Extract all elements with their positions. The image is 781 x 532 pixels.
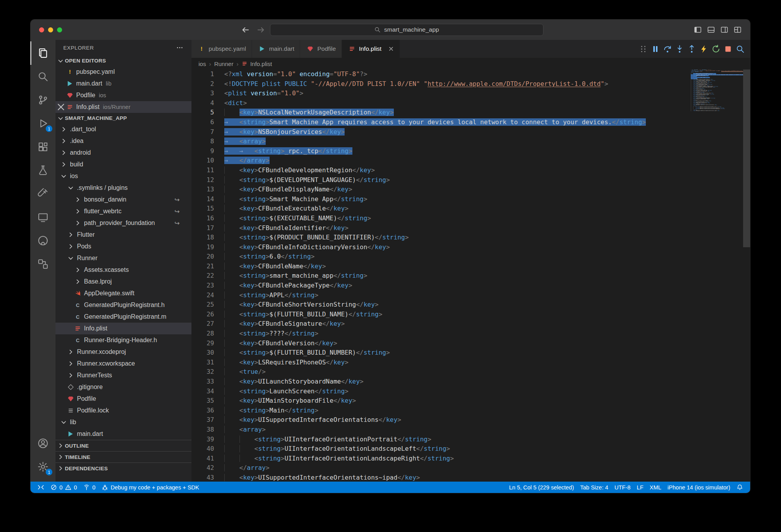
line-number[interactable]: 28 bbox=[191, 329, 224, 339]
tree-item-main-dart[interactable]: main.dart bbox=[55, 428, 191, 440]
line-number[interactable]: 41 bbox=[191, 454, 224, 464]
activity-references[interactable] bbox=[30, 252, 55, 276]
tree-item-lib[interactable]: lib bbox=[55, 416, 191, 428]
line-number[interactable]: 12 bbox=[191, 175, 224, 185]
status-debug-task[interactable]: Debug my code + packages + SDK bbox=[98, 482, 202, 493]
line-number[interactable]: 19 bbox=[191, 243, 224, 252]
status-tab-size[interactable]: Tab Size: 4 bbox=[577, 482, 611, 493]
tab-pubspec-yaml[interactable]: !pubspec.yaml bbox=[191, 40, 252, 58]
code-line[interactable]: <string>$(FLUTTER_BUILD_NUMBER)</string> bbox=[224, 348, 750, 358]
tree-item-runner-xcodeproj[interactable]: Runner.xcodeproj bbox=[55, 346, 191, 358]
line-number[interactable]: 43 bbox=[191, 473, 224, 482]
line-number[interactable]: 15 bbox=[191, 204, 224, 214]
line-number[interactable]: 14 bbox=[191, 195, 224, 204]
section-outline[interactable]: OUTLINE bbox=[55, 440, 191, 451]
tree-item-info-plist[interactable]: Info.plist bbox=[55, 323, 191, 334]
line-number[interactable]: 18 bbox=[191, 233, 224, 243]
tree-item-runner-bridging-header-h[interactable]: CRunner-Bridging-Header.h bbox=[55, 334, 191, 346]
code-line[interactable]: <key>CFBundleSignature</key> bbox=[224, 319, 750, 329]
tree-item-symlinks-plugins[interactable]: .symlinks / plugins bbox=[55, 182, 191, 194]
tree-item-ios[interactable]: ios bbox=[55, 170, 191, 182]
code-line[interactable]: → <array> bbox=[224, 137, 750, 146]
code-line[interactable]: <key>CFBundleDevelopmentRegion</key> bbox=[224, 166, 750, 175]
activity-accounts[interactable] bbox=[30, 432, 55, 455]
activity-explorer[interactable] bbox=[30, 41, 55, 65]
tree-item-gitignore[interactable]: .gitignore bbox=[55, 381, 191, 393]
line-number[interactable]: 40 bbox=[191, 444, 224, 454]
line-number[interactable]: 30 bbox=[191, 348, 224, 358]
activity-search[interactable] bbox=[30, 65, 55, 88]
tree-item-runnertests[interactable]: RunnerTests bbox=[55, 370, 191, 381]
line-number[interactable]: 7 bbox=[191, 127, 224, 137]
restart-icon[interactable] bbox=[711, 45, 720, 54]
customize-layout-icon[interactable] bbox=[734, 26, 742, 34]
line-number[interactable]: 1 bbox=[191, 70, 224, 79]
status-cursor-position[interactable]: Ln 5, Col 5 (229 selected) bbox=[506, 482, 577, 493]
code-line[interactable]: <key>UILaunchStoryboardName</key> bbox=[224, 377, 750, 387]
code-line[interactable]: <key>CFBundleName</key> bbox=[224, 262, 750, 271]
step-into-icon[interactable] bbox=[675, 45, 684, 54]
code-line[interactable]: <string>6.0</string> bbox=[224, 252, 750, 262]
code-line[interactable]: </array> bbox=[224, 463, 750, 473]
line-number[interactable]: 21 bbox=[191, 262, 224, 271]
line-number[interactable]: 16 bbox=[191, 214, 224, 223]
tree-item-flutter-webrtc[interactable]: flutter_webrtc↪ bbox=[55, 205, 191, 217]
code-line[interactable]: <string>$(EXECUTABLE_NAME)</string> bbox=[224, 214, 750, 223]
line-number[interactable]: 5 bbox=[191, 108, 224, 118]
drag-handle-icon[interactable] bbox=[639, 45, 648, 54]
back-icon[interactable] bbox=[241, 26, 250, 34]
code-line[interactable]: <dict> bbox=[224, 98, 750, 108]
code-line[interactable]: <string>APPL</string> bbox=[224, 291, 750, 300]
toggle-primary-sidebar-icon[interactable] bbox=[694, 26, 702, 34]
status-encoding[interactable]: UTF-8 bbox=[611, 482, 634, 493]
code-line[interactable]: <string>smart_machine_app</string> bbox=[224, 271, 750, 281]
code-line[interactable]: <string>LaunchScreen</string> bbox=[224, 387, 750, 396]
code-line[interactable]: → </array> bbox=[224, 156, 750, 166]
line-number[interactable]: 13 bbox=[191, 185, 224, 195]
code-line[interactable]: <string>UIInterfaceOrientationPortrait</… bbox=[224, 435, 750, 445]
status-problems[interactable]: 00 bbox=[47, 482, 80, 493]
line-number[interactable]: 22 bbox=[191, 271, 224, 281]
tree-item-bonsoir-darwin[interactable]: bonsoir_darwin↪ bbox=[55, 194, 191, 205]
code-line[interactable]: <key>LSRequiresIPhoneOS</key> bbox=[224, 358, 750, 368]
tree-item-appdelegate-swift[interactable]: AppDelegate.swift bbox=[55, 287, 191, 299]
project-header[interactable]: SMART_MACHINE_APP bbox=[55, 113, 191, 123]
editor-scrollbar[interactable] bbox=[743, 70, 750, 482]
line-number[interactable]: 6 bbox=[191, 118, 224, 127]
code-line[interactable]: <plist version="1.0"> bbox=[224, 89, 750, 98]
line-number[interactable]: 33 bbox=[191, 377, 224, 387]
pause-icon[interactable] bbox=[651, 45, 660, 54]
stop-icon[interactable] bbox=[724, 45, 733, 54]
status-device[interactable]: iPhone 14 (ios simulator) bbox=[665, 482, 733, 493]
line-number[interactable]: 32 bbox=[191, 367, 224, 377]
editor-content[interactable]: <?xml version="1.0" encoding="UTF-8"?><!… bbox=[224, 70, 750, 482]
line-number[interactable]: 2 bbox=[191, 79, 224, 89]
line-number[interactable]: 3 bbox=[191, 89, 224, 98]
step-out-icon[interactable] bbox=[687, 45, 696, 54]
status-ports[interactable]: 0 bbox=[80, 482, 98, 493]
tree-item-podfile[interactable]: Podfile bbox=[55, 393, 191, 405]
line-number[interactable]: 25 bbox=[191, 300, 224, 310]
code-line[interactable]: <key>CFBundleShortVersionString</key> bbox=[224, 300, 750, 310]
open-editor-pubspec-yaml[interactable]: !pubspec.yaml bbox=[55, 66, 191, 78]
tree-item-flutter[interactable]: Flutter bbox=[55, 229, 191, 241]
line-number[interactable]: 17 bbox=[191, 223, 224, 233]
step-over-icon[interactable] bbox=[663, 45, 672, 54]
line-number[interactable]: 4 bbox=[191, 98, 224, 108]
activity-github[interactable] bbox=[30, 229, 55, 252]
code-line[interactable]: <key>UIMainStoryboardFile</key> bbox=[224, 396, 750, 406]
code-line[interactable]: <key>UISupportedInterfaceOrientations</k… bbox=[224, 415, 750, 425]
code-line[interactable]: <string>$(FLUTTER_BUILD_NAME)</string> bbox=[224, 310, 750, 320]
tab-podfile[interactable]: Podfile bbox=[300, 40, 341, 58]
line-number[interactable]: 37 bbox=[191, 415, 224, 425]
activity-settings[interactable]: 1 bbox=[30, 455, 55, 478]
code-line[interactable]: <array> bbox=[224, 425, 750, 435]
code-line[interactable]: <key>CFBundleDisplayName</key> bbox=[224, 185, 750, 195]
code-line[interactable]: <key>NSLocalNetworkUsageDescription</key… bbox=[224, 108, 750, 118]
minimize-window-button[interactable] bbox=[48, 27, 53, 32]
forward-icon[interactable] bbox=[257, 26, 265, 34]
inspector-icon[interactable] bbox=[736, 45, 745, 54]
tree-item-runner[interactable]: Runner bbox=[55, 252, 191, 264]
section-timeline[interactable]: TIMELINE bbox=[55, 451, 191, 462]
section-dependencies[interactable]: DEPENDENCIES bbox=[55, 462, 191, 474]
